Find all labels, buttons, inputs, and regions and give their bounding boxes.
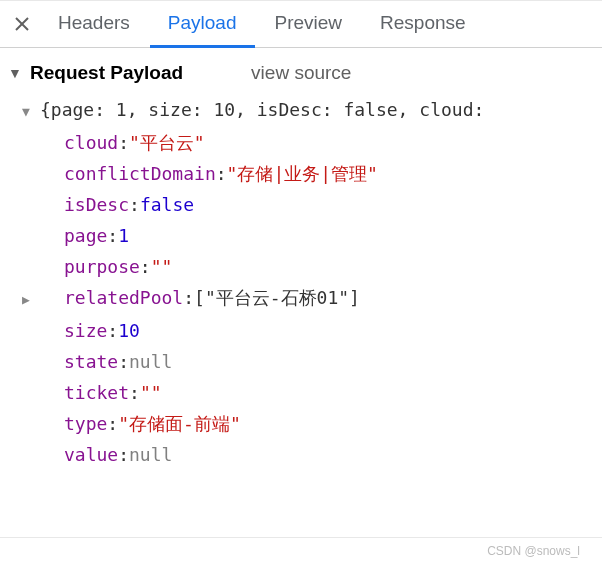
property-key: ticket (64, 377, 129, 408)
property-value: null (129, 439, 172, 470)
tree-row[interactable]: size: 10 (22, 315, 602, 346)
tree-row[interactable]: type: "存储面-前端" (22, 408, 602, 439)
tree-row[interactable]: purpose: "" (22, 251, 602, 282)
property-key: relatedPool (64, 282, 183, 313)
property-key: state (64, 346, 118, 377)
tab-payload[interactable]: Payload (150, 2, 255, 48)
property-key: page (64, 220, 107, 251)
tab-preview[interactable]: Preview (257, 2, 361, 48)
property-value: 1 (118, 220, 129, 251)
property-key: size (64, 315, 107, 346)
colon: : (140, 251, 151, 282)
payload-tree: ▼ {page: 1, size: 10, isDesc: false, clo… (0, 94, 602, 470)
colon: : (118, 127, 129, 158)
colon: : (216, 158, 227, 189)
tree-row[interactable]: value: null (22, 439, 602, 470)
tree-row[interactable]: conflictDomain: "存储|业务|管理" (22, 158, 602, 189)
section-header: ▼ Request Payload view source (0, 48, 602, 94)
close-icon[interactable] (6, 15, 38, 33)
property-value: "存储面-前端" (118, 408, 241, 439)
tree-row[interactable]: cloud: "平台云" (22, 127, 602, 158)
colon: : (129, 377, 140, 408)
tree-row[interactable]: state: null (22, 346, 602, 377)
tree-row[interactable]: page: 1 (22, 220, 602, 251)
colon: : (118, 439, 129, 470)
disclosure-triangle-icon[interactable]: ▼ (22, 96, 40, 127)
property-key: isDesc (64, 189, 129, 220)
property-key: purpose (64, 251, 140, 282)
property-key: conflictDomain (64, 158, 216, 189)
property-value: ["平台云-石桥01"] (194, 282, 360, 313)
property-value: "平台云" (129, 127, 205, 158)
property-value: "存储|业务|管理" (227, 158, 378, 189)
property-value: null (129, 346, 172, 377)
property-value: "" (151, 251, 173, 282)
tree-row[interactable]: ticket: "" (22, 377, 602, 408)
colon: : (107, 220, 118, 251)
colon: : (118, 346, 129, 377)
colon: : (129, 189, 140, 220)
section-title: Request Payload (30, 62, 183, 84)
object-summary: {page: 1, size: 10, isDesc: false, cloud… (40, 94, 484, 125)
property-key: type (64, 408, 107, 439)
property-key: cloud (64, 127, 118, 158)
colon: : (107, 408, 118, 439)
divider (0, 537, 602, 538)
tab-response[interactable]: Response (362, 2, 484, 48)
disclosure-triangle-icon[interactable]: ▶ (22, 284, 40, 315)
property-value: false (140, 189, 194, 220)
devtools-tab-strip: Headers Payload Preview Response (0, 0, 602, 48)
watermark: CSDN @snows_l (487, 544, 580, 558)
property-key: value (64, 439, 118, 470)
view-source-link[interactable]: view source (251, 62, 351, 84)
property-value: "" (140, 377, 162, 408)
tree-root[interactable]: ▼ {page: 1, size: 10, isDesc: false, clo… (22, 94, 602, 127)
tree-row[interactable]: ▶relatedPool: ["平台云-石桥01"] (22, 282, 602, 315)
colon: : (107, 315, 118, 346)
tab-headers[interactable]: Headers (40, 2, 148, 48)
colon: : (183, 282, 194, 313)
property-value: 10 (118, 315, 140, 346)
tree-row[interactable]: isDesc: false (22, 189, 602, 220)
disclosure-triangle-icon[interactable]: ▼ (8, 65, 22, 81)
